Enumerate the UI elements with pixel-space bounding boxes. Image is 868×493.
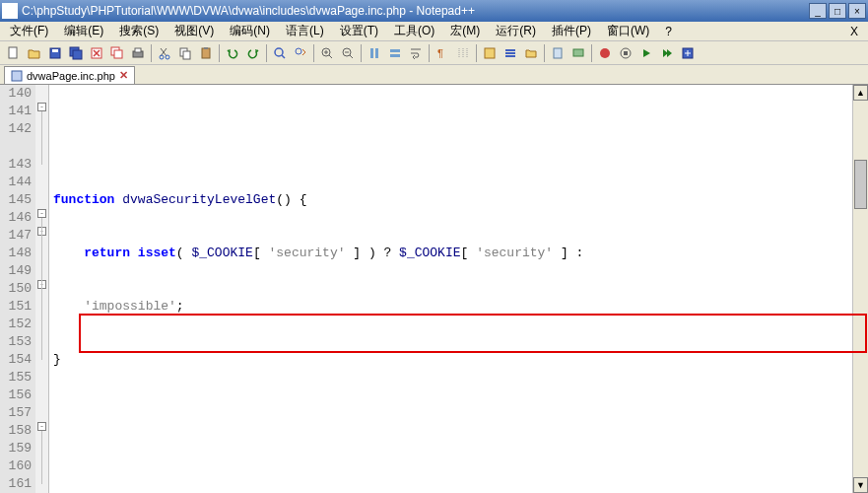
- tab-label: dvwaPage.inc.php: [27, 70, 115, 82]
- func-list-icon[interactable]: [501, 43, 520, 63]
- menu-tools[interactable]: 工具(O): [388, 21, 440, 41]
- svg-rect-13: [183, 51, 190, 59]
- toolbar-separator: [476, 44, 477, 62]
- toolbar-separator: [361, 44, 362, 62]
- new-file-icon[interactable]: [4, 43, 24, 63]
- show-symbol-icon[interactable]: ¶: [433, 43, 452, 63]
- menu-view[interactable]: 视图(V): [168, 21, 220, 41]
- scroll-thumb[interactable]: [854, 160, 867, 209]
- menu-file[interactable]: 文件(F): [4, 21, 54, 41]
- open-file-icon[interactable]: [25, 43, 44, 63]
- maximize-button[interactable]: □: [829, 3, 846, 19]
- window-controls: _ □ ×: [809, 3, 866, 19]
- save-icon[interactable]: [45, 43, 65, 63]
- scroll-up-icon[interactable]: ▲: [853, 85, 868, 101]
- svg-rect-27: [505, 52, 515, 54]
- highlight-box: [79, 314, 867, 353]
- wrap-icon[interactable]: [406, 43, 426, 63]
- svg-rect-23: [390, 54, 400, 57]
- menu-encoding[interactable]: 编码(N): [224, 21, 276, 41]
- vertical-scrollbar[interactable]: ▲ ▼: [852, 85, 868, 493]
- code-line: 'impossible';: [53, 298, 848, 316]
- menu-tab-close[interactable]: X: [844, 23, 864, 40]
- svg-point-31: [600, 48, 610, 58]
- monitor-icon[interactable]: [568, 43, 588, 63]
- print-icon[interactable]: [128, 43, 148, 63]
- svg-rect-22: [390, 49, 400, 52]
- fold-toggle-icon[interactable]: -: [37, 422, 46, 431]
- sync-v-icon[interactable]: [365, 43, 384, 63]
- folder-icon[interactable]: [521, 43, 541, 63]
- find-icon[interactable]: [270, 43, 290, 63]
- svg-rect-4: [73, 50, 82, 59]
- replace-icon[interactable]: [291, 43, 310, 63]
- lang-icon[interactable]: [480, 43, 500, 63]
- menu-help[interactable]: ?: [659, 23, 678, 40]
- toolbar: ¶: [0, 41, 868, 65]
- svg-rect-15: [204, 47, 208, 49]
- menu-bar: 文件(F) 编辑(E) 搜索(S) 视图(V) 编码(N) 语言(L) 设置(T…: [0, 22, 868, 41]
- save-all-icon[interactable]: [66, 43, 86, 63]
- close-all-icon[interactable]: [107, 43, 127, 63]
- sync-h-icon[interactable]: [385, 43, 405, 63]
- cut-icon[interactable]: [155, 43, 174, 63]
- scroll-track[interactable]: [853, 101, 868, 477]
- code-line: }: [53, 351, 848, 369]
- fold-toggle-icon[interactable]: -: [37, 103, 46, 111]
- record-icon[interactable]: [595, 43, 615, 63]
- code-line: [53, 404, 848, 422]
- menu-macro[interactable]: 宏(M): [444, 21, 486, 41]
- svg-rect-29: [554, 48, 562, 58]
- menu-settings[interactable]: 设置(T): [334, 21, 384, 41]
- menu-language[interactable]: 语言(L): [280, 21, 330, 41]
- menu-search[interactable]: 搜索(S): [113, 21, 165, 41]
- fold-toggle-icon[interactable]: -: [37, 209, 46, 218]
- toolbar-separator: [313, 44, 314, 62]
- file-tab[interactable]: dvwaPage.inc.php ✕: [4, 66, 135, 84]
- svg-rect-33: [624, 51, 628, 55]
- play-icon[interactable]: [636, 43, 656, 63]
- fold-margin: -----: [35, 85, 49, 493]
- menu-run[interactable]: 运行(R): [490, 21, 542, 41]
- indent-guide-icon[interactable]: [453, 43, 473, 63]
- menu-window[interactable]: 窗口(W): [601, 21, 655, 41]
- tab-close-icon[interactable]: ✕: [119, 69, 128, 82]
- svg-rect-30: [573, 49, 583, 56]
- svg-text:¶: ¶: [437, 47, 443, 59]
- stop-icon[interactable]: [616, 43, 635, 63]
- svg-point-10: [160, 55, 164, 59]
- svg-rect-28: [505, 55, 515, 57]
- toolbar-separator: [544, 44, 545, 62]
- svg-rect-26: [505, 49, 515, 51]
- paste-icon[interactable]: [196, 43, 216, 63]
- redo-icon[interactable]: [243, 43, 263, 63]
- copy-icon[interactable]: [175, 43, 195, 63]
- close-button[interactable]: ×: [848, 3, 866, 19]
- menu-plugins[interactable]: 插件(P): [546, 21, 597, 41]
- code-line: return isset( $_COOKIE[ 'security' ] ) ?…: [53, 245, 848, 262]
- menu-edit[interactable]: 编辑(E): [58, 21, 109, 41]
- app-icon: [2, 3, 18, 19]
- undo-icon[interactable]: [223, 43, 242, 63]
- doc-map-icon[interactable]: [548, 43, 568, 63]
- zoom-out-icon[interactable]: [338, 43, 358, 63]
- svg-rect-2: [52, 49, 58, 52]
- svg-rect-20: [370, 48, 373, 58]
- play-multi-icon[interactable]: [657, 43, 677, 63]
- toolbar-separator: [151, 44, 152, 62]
- svg-point-17: [296, 48, 301, 54]
- minimize-button[interactable]: _: [809, 3, 827, 19]
- toolbar-separator: [266, 44, 267, 62]
- svg-rect-7: [114, 50, 122, 58]
- window-title: C:\phpStudy\PHPTutorial\WWW\DVWA\dvwa\in…: [22, 4, 809, 18]
- zoom-in-icon[interactable]: [317, 43, 337, 63]
- scroll-down-icon[interactable]: ▼: [853, 477, 868, 493]
- save-macro-icon[interactable]: [678, 43, 698, 63]
- svg-rect-21: [375, 48, 378, 58]
- svg-point-16: [275, 48, 283, 56]
- code-area[interactable]: function dvwaSecurityLevelGet() { return…: [49, 85, 852, 493]
- line-number-gutter: 1401411421431441451461471481491501511521…: [0, 85, 35, 493]
- svg-point-11: [166, 55, 169, 59]
- toolbar-separator: [429, 44, 430, 62]
- close-file-icon[interactable]: [87, 43, 106, 63]
